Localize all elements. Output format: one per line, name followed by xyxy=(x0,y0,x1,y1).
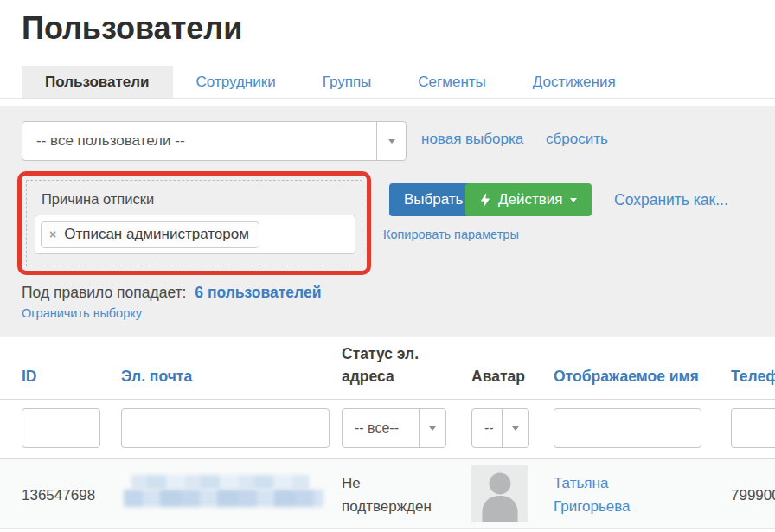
users-admin-page: Пользователи Пользователи Сотрудники Гру… xyxy=(0,0,775,532)
chevron-down-icon[interactable] xyxy=(376,122,406,160)
remove-tag-icon[interactable]: × xyxy=(49,228,56,240)
column-header-avatar: Аватар xyxy=(471,338,545,399)
reset-link[interactable]: сбросить xyxy=(546,131,608,148)
chevron-down-icon[interactable] xyxy=(419,409,445,447)
row-phone: 79990000 xyxy=(731,484,775,507)
tab-groups[interactable]: Группы xyxy=(299,66,395,98)
row-display-name-link[interactable]: Татьяна Григорьева xyxy=(554,471,675,518)
email-filter-input[interactable] xyxy=(121,408,330,448)
unsubscribe-reason-input[interactable]: × Отписан администратором xyxy=(35,215,355,254)
new-selection-link[interactable]: новая выборка xyxy=(421,131,523,148)
unsubscribe-reason-label: Причина отписки xyxy=(42,191,154,208)
tab-staff[interactable]: Сотрудники xyxy=(173,66,299,98)
limit-selection-link[interactable]: Ограничить выборку xyxy=(22,306,142,320)
avatar-placeholder-icon xyxy=(471,465,528,526)
tab-achievements[interactable]: Достижения xyxy=(509,66,639,98)
copy-params-link[interactable]: Копировать параметры xyxy=(383,228,519,241)
match-summary: Под правило попадает: 6 пользователей xyxy=(22,284,321,302)
email-status-filter-select[interactable]: -- все-- xyxy=(342,408,446,448)
tab-users[interactable]: Пользователи xyxy=(22,66,173,98)
email-status-filter-value: -- все-- xyxy=(343,409,419,447)
avatar-filter-select[interactable]: -- xyxy=(471,408,529,448)
row-email-status: Не подтвержден xyxy=(342,471,441,518)
filter-tag-label: Отписан администратором xyxy=(64,226,249,243)
chevron-down-icon[interactable] xyxy=(502,409,528,447)
tab-segments[interactable]: Сегменты xyxy=(394,66,509,98)
page-title: Пользователи xyxy=(22,10,242,47)
user-selection-select[interactable]: -- все пользователи -- xyxy=(22,121,407,161)
user-selection-select-value: -- все пользователи -- xyxy=(22,122,376,160)
tab-bar: Пользователи Сотрудники Группы Сегменты … xyxy=(22,66,639,98)
row-id: 136547698 xyxy=(22,484,95,507)
actions-button[interactable]: Действия xyxy=(465,183,592,216)
match-count-link[interactable]: 6 пользователей xyxy=(195,284,321,301)
phone-filter-input[interactable] xyxy=(731,408,775,448)
redacted-email-blur xyxy=(131,475,309,490)
redacted-email-blur xyxy=(124,490,323,507)
save-as-link[interactable]: Сохранить как... xyxy=(614,191,728,209)
actions-button-label: Действия xyxy=(498,191,562,208)
filter-tag: × Отписан администратором xyxy=(41,221,259,248)
caret-down-icon xyxy=(570,198,577,206)
table-divider xyxy=(0,399,775,400)
column-header-phone[interactable]: Телефон xyxy=(731,338,775,399)
column-header-email[interactable]: Эл. почта xyxy=(121,338,320,399)
id-filter-input[interactable] xyxy=(22,408,100,448)
table-divider xyxy=(0,528,775,529)
column-header-email-status: Статус эл. адреса xyxy=(342,338,444,399)
tab-divider xyxy=(0,98,775,99)
display-name-filter-input[interactable] xyxy=(554,408,701,448)
column-header-display-name[interactable]: Отображаемое имя xyxy=(554,338,701,399)
match-summary-text: Под правило попадает: xyxy=(22,284,186,301)
lightning-icon xyxy=(480,193,490,208)
avatar-filter-value: -- xyxy=(472,409,502,447)
column-header-id[interactable]: ID xyxy=(22,338,99,399)
